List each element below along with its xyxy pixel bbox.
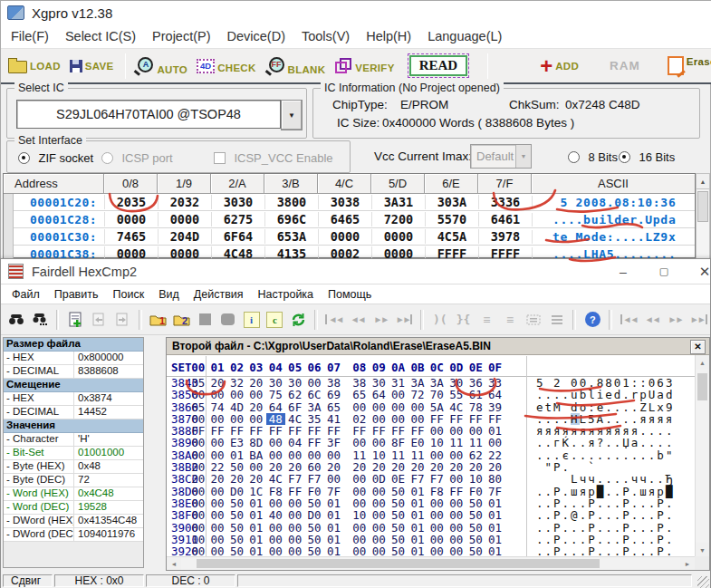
hexdump-byte[interactable]: 3A — [408, 377, 427, 389]
hexdump-byte[interactable]: FF — [304, 425, 323, 437]
hexdump-byte[interactable]: 00 — [408, 413, 427, 425]
hexdump-byte[interactable]: 00 — [370, 522, 389, 534]
hexdump-byte[interactable]: 01 — [246, 534, 265, 545]
hexdump-byte[interactable]: 00 — [207, 522, 226, 534]
hexdump-byte[interactable]: 00 — [207, 437, 226, 448]
hexdump-byte[interactable]: 50 — [227, 534, 246, 545]
hexdump-byte[interactable]: 00 — [350, 522, 369, 534]
scrollbar-thumb[interactable] — [197, 559, 600, 568]
hexdump-byte[interactable]: 10 — [428, 437, 447, 448]
hexdump-byte[interactable]: 75 — [266, 389, 285, 400]
hexdump-byte[interactable]: 50 — [389, 497, 408, 509]
hexdump-byte[interactable]: 3A — [428, 377, 447, 389]
hexdump-horizontal-scrollbar[interactable]: ◄ ► — [167, 556, 695, 570]
hexdump-byte[interactable]: 02 — [350, 413, 369, 425]
hexdump-byte[interactable]: 30 — [447, 377, 466, 389]
hexdump-byte[interactable]: 22 — [207, 461, 226, 473]
hexdump-byte[interactable]: 00 — [266, 522, 285, 534]
hexdump-byte[interactable]: 50 — [304, 497, 323, 509]
hexdump-ascii[interactable]: Lчч....чч..Ђ — [536, 473, 674, 485]
hexdump-byte[interactable]: 50 — [227, 461, 246, 473]
hexviewer-row[interactable]: 00001C20:203520323030380030383A31303A333… — [4, 194, 695, 211]
hexdump-byte[interactable]: FF — [408, 425, 427, 437]
minimize-button[interactable]: – — [611, 259, 635, 284]
hexdump-byte[interactable]: F7 — [304, 473, 323, 485]
hexdump-byte[interactable]: 00 — [447, 534, 466, 545]
hexdump-byte[interactable]: 6F — [285, 401, 304, 413]
hexdump-byte[interactable]: FF — [389, 425, 408, 437]
hexdump-byte[interactable]: 20 — [370, 461, 389, 473]
help-button[interactable]: ? — [581, 309, 603, 331]
hexdump-byte[interactable]: BA — [246, 449, 265, 461]
hexdump-byte[interactable]: 01 — [485, 522, 504, 534]
hexdump-byte[interactable]: 11 — [408, 449, 427, 461]
hexdump-byte[interactable]: 62 — [285, 389, 304, 400]
hexdump-byte[interactable]: 00 — [266, 497, 285, 509]
hexdump-byte[interactable]: 32 — [227, 377, 246, 389]
hexdump-byte[interactable]: 00 — [370, 497, 389, 509]
hexdump-ascii[interactable]: яяяяяяяяяяяя.... — [536, 425, 674, 437]
hexdump-byte[interactable]: 00 — [266, 437, 285, 448]
hexdump-byte[interactable]: 00 — [389, 401, 408, 413]
hexdump-byte[interactable]: F0 — [466, 486, 485, 497]
hexdump-byte[interactable]: FF — [370, 425, 389, 437]
hexdump-byte[interactable]: 01 — [408, 522, 427, 534]
hexdump-row[interactable]: 391010005001000050010000500100005001..P.… — [167, 534, 695, 545]
hexdump-vertical-scrollbar[interactable]: ▲ ▼ — [695, 355, 709, 557]
hexdump-byte[interactable]: 62 — [466, 449, 485, 461]
scrollbar-thumb[interactable] — [697, 373, 707, 400]
hexdump-ascii[interactable]: ..P...P...P...P. — [536, 534, 674, 545]
hexdump-byte[interactable]: 00 — [447, 473, 466, 485]
hexdump-byte[interactable]: 01 — [324, 509, 343, 521]
hexdump-byte[interactable]: 00 — [207, 509, 226, 521]
hexdump-byte[interactable]: 00 — [370, 413, 389, 425]
hexdump-byte[interactable]: 11 — [350, 449, 369, 461]
hexdump-byte[interactable]: 20 — [350, 461, 369, 473]
hexdump-row[interactable]: 38500000000075626C696564007270556164....… — [167, 389, 695, 400]
scroll-down-icon[interactable]: ▼ — [696, 543, 709, 557]
hexdump-byte[interactable]: F8 — [266, 486, 285, 497]
hexdump-ascii[interactable]: ..P...P...P...P. — [536, 497, 674, 509]
hexdump-byte[interactable]: 00 — [285, 509, 304, 521]
hexdump-byte[interactable]: 0D — [370, 473, 389, 485]
hexdump-byte[interactable]: 4C — [285, 413, 304, 425]
hexdump-byte[interactable]: 00 — [447, 497, 466, 509]
ic-combo[interactable]: S29JL064H70TAI00 @TSOP48 — [16, 100, 281, 129]
hexdump-byte[interactable]: 50 — [304, 534, 323, 545]
hexdump-byte[interactable]: 20 — [466, 461, 485, 473]
hexdump-byte[interactable]: 00 — [370, 437, 389, 448]
hexdump-byte[interactable]: 00 — [285, 534, 304, 545]
scroll-up-icon[interactable]: ▲ — [697, 174, 709, 189]
hexcmp-menu-item-6[interactable]: Помощь — [321, 288, 379, 301]
check-button[interactable]: 4D CHECK — [197, 59, 256, 73]
hexdump-byte[interactable]: 01 — [485, 509, 504, 521]
hexdump-byte[interactable]: 69 — [324, 389, 343, 400]
hexdump-byte[interactable]: 00 — [285, 449, 304, 461]
hexdump-byte[interactable]: 00 — [370, 509, 389, 521]
hexdump-byte[interactable]: 50 — [466, 509, 485, 521]
hexdump-byte[interactable]: 31 — [389, 377, 408, 389]
xgpro-menu-item-0[interactable]: File(F) — [3, 29, 57, 43]
hexdump-byte[interactable]: D0 — [304, 509, 323, 521]
hexdump-byte[interactable]: 50 — [389, 534, 408, 545]
hexdump-ascii[interactable]: "P. ` — [536, 461, 674, 473]
hexdump-byte[interactable]: 20 — [266, 461, 285, 473]
hexdump-row[interactable]: 38C0202020204CF7F700000D0EF7F7001080 Lчч… — [167, 473, 695, 485]
hexdump-byte[interactable]: FF — [350, 425, 369, 437]
hexcmp-menu-item-1[interactable]: Править — [47, 288, 106, 301]
open-file2-button[interactable]: 2 — [170, 309, 192, 331]
hexdump-byte[interactable]: FF — [447, 486, 466, 497]
hexdump-byte[interactable]: FF — [447, 413, 466, 425]
hexdump-byte[interactable]: F7 — [285, 473, 304, 485]
hexdump-ascii[interactable]: ....HL5A....яяяя — [536, 413, 674, 425]
compare-toggle-button[interactable]: c — [264, 309, 285, 331]
hexdump-byte[interactable]: 20 — [246, 473, 265, 485]
hexdump-byte[interactable]: 80 — [485, 473, 504, 485]
hexdump-byte[interactable]: 00 — [447, 522, 466, 534]
hexdump-byte[interactable]: 00 — [389, 389, 408, 400]
hexdump-byte[interactable]: 4C — [447, 401, 466, 413]
hexdump-byte[interactable]: 78 — [466, 401, 485, 413]
hexdump-byte[interactable]: 00 — [207, 497, 226, 509]
hexdump-byte[interactable]: 00 — [350, 437, 369, 448]
hexdump-byte[interactable]: 00 — [350, 486, 369, 497]
